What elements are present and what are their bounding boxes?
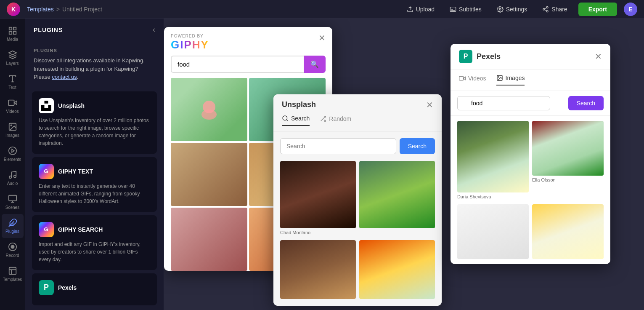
svg-point-36: [283, 116, 287, 120]
sidebar-item-text[interactable]: Text: [2, 70, 24, 94]
pexels-image-placeholder: [457, 121, 529, 192]
pexels-image-item[interactable]: Ella Olsson: [532, 121, 604, 201]
unsplash-images-grid: Chad Montano: [273, 161, 442, 306]
giphy-result-item[interactable]: [171, 208, 247, 271]
pexels-search-input[interactable]: [457, 96, 550, 110]
pexels-modal-close-button[interactable]: ✕: [595, 52, 602, 61]
scenes-icon: [8, 194, 17, 203]
giphy-search-button[interactable]: 🔍: [304, 56, 326, 73]
unsplash-search-button[interactable]: Search: [400, 138, 435, 154]
pexels-tabs: Videos Images: [451, 69, 610, 91]
unsplash-image-item[interactable]: [359, 161, 435, 237]
sidebar-item-images[interactable]: Images: [2, 118, 24, 142]
plugins-section-label: PLUGINS: [25, 41, 164, 56]
sidebar-item-plugins[interactable]: Plugins: [2, 214, 24, 238]
pexels-search-button[interactable]: Search: [568, 96, 604, 110]
plugin-card-unsplash[interactable]: Unsplash Use Unsplash's inventory of ove…: [32, 91, 157, 154]
pexels-image-item[interactable]: Daria Shevtsova: [457, 121, 529, 201]
sidebar-item-layers[interactable]: Layers: [2, 46, 24, 70]
breadcrumb: Templates > Untitled Project: [27, 6, 102, 13]
sidebar-item-elements[interactable]: Elements: [2, 142, 24, 166]
pexels-images-tab-icon: [496, 75, 503, 81]
sidebar-label-templates: Templates: [3, 277, 22, 282]
svg-marker-13: [8, 51, 16, 55]
unsplash-modal-title: Unsplash: [282, 100, 316, 109]
canvas-area: POWERED BY GIPHY ✕ 🔍: [164, 19, 644, 310]
svg-rect-31: [9, 267, 16, 275]
sidebar-item-record[interactable]: Record: [2, 238, 24, 262]
svg-rect-24: [8, 195, 16, 201]
settings-button[interactable]: Settings: [493, 3, 532, 15]
svg-point-30: [11, 245, 14, 248]
giphy-result-item[interactable]: [171, 78, 247, 141]
sidebar-item-audio[interactable]: Audio: [2, 166, 24, 190]
unsplash-image-item[interactable]: [280, 240, 356, 299]
settings-icon: [497, 6, 504, 13]
plugin-card-pexels[interactable]: P Pexels: [32, 273, 157, 305]
contact-link[interactable]: contact us: [52, 74, 77, 80]
export-button[interactable]: Export: [578, 3, 617, 16]
sidebar-item-media[interactable]: Media: [2, 22, 24, 46]
sidebar-label-audio: Audio: [7, 181, 18, 186]
subtitles-button[interactable]: Subtitles: [445, 3, 486, 15]
plugin-card-giphy-search[interactable]: G GIPHY SEARCH Import and edit any GIF i…: [32, 215, 157, 270]
modals-container: POWERED BY GIPHY ✕ 🔍: [164, 19, 644, 310]
subtitles-icon: [450, 6, 456, 13]
giphy-result-item[interactable]: [171, 143, 247, 206]
search-tab-label: Search: [291, 115, 310, 122]
pexels-brand: P Pexels: [459, 50, 501, 63]
sidebar-item-templates[interactable]: Templates: [2, 262, 24, 286]
plugin-card-giphy-text[interactable]: G GIPHY TEXT Enter any text to instantly…: [32, 157, 157, 212]
unsplash-modal-close-button[interactable]: ✕: [426, 101, 433, 109]
breadcrumb-separator: >: [56, 6, 60, 13]
pexels-tab-videos[interactable]: Videos: [459, 75, 486, 86]
text-icon: [8, 74, 17, 83]
pexels-images-grid: Daria Shevtsova Ella Olsson: [451, 116, 610, 264]
giphy-modal-close-button[interactable]: ✕: [318, 34, 326, 42]
svg-point-5: [543, 8, 545, 10]
plugins-panel: PLUGINS ‹ PLUGINS Discover all integrati…: [25, 19, 164, 310]
breadcrumb-link[interactable]: Templates: [27, 6, 54, 13]
giphy-search-input[interactable]: [171, 56, 304, 73]
giphy-search-card-name: GIPHY SEARCH: [58, 226, 103, 233]
svg-point-6: [546, 10, 548, 12]
unsplash-card-desc: Use Unsplash's inventory of over 2 milli…: [39, 117, 150, 147]
unsplash-image-placeholder: [280, 161, 356, 228]
pexels-card-header: P Pexels: [39, 280, 150, 295]
svg-rect-41: [459, 76, 464, 80]
pexels-tab-images[interactable]: Images: [496, 75, 525, 86]
unsplash-modal-header: Unsplash ✕: [273, 94, 442, 115]
unsplash-tab-random[interactable]: Random: [320, 115, 351, 126]
sidebar-label-elements: Elements: [4, 157, 21, 162]
unsplash-tabs: Search Random: [273, 115, 442, 131]
user-avatar[interactable]: E: [624, 3, 637, 16]
pexels-image-placeholder: [532, 204, 604, 259]
unsplash-icon: [39, 98, 54, 113]
record-icon: [8, 242, 17, 251]
unsplash-image-item[interactable]: Chad Montano: [280, 161, 356, 237]
giphy-modal-header: POWERED BY GIPHY ✕: [164, 27, 332, 56]
unsplash-tab-search[interactable]: Search: [282, 115, 310, 126]
pexels-image-item[interactable]: [457, 204, 529, 259]
pexels-brand-name: Pexels: [477, 52, 501, 61]
unsplash-search-input[interactable]: [280, 138, 396, 154]
pexels-image-placeholder: [457, 204, 529, 259]
share-button[interactable]: Share: [538, 3, 571, 15]
pexels-modal: P Pexels ✕ Videos Images: [451, 44, 610, 264]
pexels-card-name: Pexels: [58, 284, 77, 291]
svg-point-23: [13, 175, 16, 178]
svg-point-3: [499, 8, 501, 10]
upload-button[interactable]: Upload: [403, 3, 439, 15]
layers-icon: [8, 50, 17, 59]
collapse-panel-button[interactable]: ‹: [153, 25, 155, 34]
pexels-image-item[interactable]: [532, 204, 604, 259]
unsplash-image-item[interactable]: [359, 240, 435, 299]
random-tab-icon: [320, 115, 326, 122]
giphy-search-card-desc: Import and edit any GIF in GIPHY's inven…: [39, 241, 150, 263]
svg-rect-9: [9, 27, 11, 30]
sidebar-item-videos[interactable]: Videos: [2, 94, 24, 118]
sidebar-label-media: Media: [7, 37, 18, 42]
sidebar-label-text: Text: [8, 85, 16, 90]
sidebar-item-scenes[interactable]: Scenes: [2, 190, 24, 214]
unsplash-image-placeholder: [359, 161, 435, 228]
